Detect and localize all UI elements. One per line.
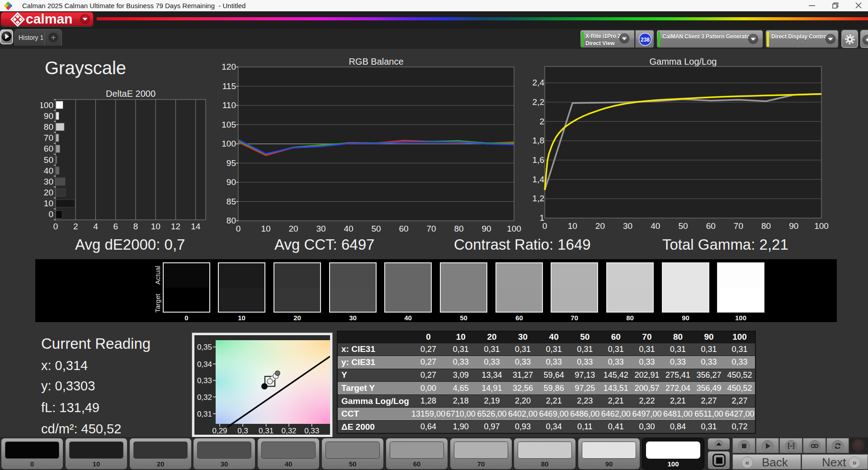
svg-text:80: 80 (761, 221, 771, 231)
svg-text:60: 60 (44, 144, 53, 153)
svg-text:20: 20 (595, 221, 605, 231)
svg-text:20: 20 (44, 188, 53, 197)
svg-text:40: 40 (344, 224, 353, 233)
svg-text:10: 10 (44, 199, 53, 208)
svg-text:0,32: 0,32 (197, 393, 212, 402)
svg-text:238: 238 (641, 37, 650, 43)
svg-text:50: 50 (678, 221, 688, 231)
svg-text:40: 40 (44, 166, 53, 176)
svg-text:0,33: 0,33 (304, 427, 319, 435)
svg-text:2: 2 (539, 117, 544, 126)
svg-text:30: 30 (316, 224, 326, 233)
svg-text:70: 70 (734, 221, 743, 231)
svg-text:80: 80 (226, 216, 236, 225)
svg-text:12: 12 (171, 222, 180, 231)
svg-text:0,35: 0,35 (197, 343, 212, 351)
svg-text:1,2: 1,2 (533, 194, 544, 203)
svg-text:1,8: 1,8 (533, 136, 544, 145)
svg-text:Gamma Log/Log: Gamma Log/Log (650, 57, 717, 66)
svg-text:90: 90 (789, 221, 798, 231)
svg-text:115: 115 (222, 81, 236, 91)
svg-text:6: 6 (113, 222, 118, 231)
svg-text:30: 30 (44, 177, 53, 186)
svg-text:0: 0 (53, 222, 58, 231)
svg-text:20: 20 (288, 224, 298, 233)
svg-text:90: 90 (44, 111, 53, 121)
svg-text:«: « (745, 458, 749, 467)
svg-text:70: 70 (44, 133, 53, 142)
svg-text:10: 10 (261, 224, 270, 233)
svg-text:0,33: 0,33 (197, 376, 212, 385)
svg-text:2: 2 (73, 222, 78, 231)
svg-text:0,29: 0,29 (212, 427, 227, 435)
svg-text:90: 90 (481, 224, 491, 233)
svg-text:14: 14 (191, 222, 201, 231)
svg-text:40: 40 (651, 221, 660, 231)
svg-text:2,2: 2,2 (533, 97, 544, 107)
svg-text:0,31: 0,31 (197, 410, 212, 418)
svg-text:60: 60 (706, 221, 716, 231)
svg-text:70: 70 (426, 224, 436, 233)
svg-text:50: 50 (371, 224, 381, 233)
svg-text:60: 60 (399, 224, 408, 233)
svg-text:120: 120 (222, 62, 236, 71)
svg-text:105: 105 (222, 120, 236, 129)
svg-text:100: 100 (41, 100, 53, 110)
svg-text:0,32: 0,32 (281, 427, 296, 435)
svg-text:8: 8 (133, 222, 138, 231)
svg-text:80: 80 (454, 224, 463, 233)
svg-text:4: 4 (93, 222, 98, 231)
svg-text:0: 0 (236, 224, 241, 233)
svg-text:90: 90 (226, 177, 236, 187)
svg-text:0,3: 0,3 (237, 427, 248, 435)
svg-text:1,6: 1,6 (533, 155, 544, 165)
svg-text:1,4: 1,4 (533, 175, 545, 184)
svg-text:0: 0 (48, 209, 53, 219)
svg-text:100: 100 (222, 139, 236, 148)
svg-text:10: 10 (568, 221, 577, 231)
svg-text:10: 10 (151, 222, 160, 231)
svg-text:50: 50 (44, 155, 53, 165)
svg-text:»: » (852, 458, 856, 467)
svg-text:0: 0 (542, 221, 547, 231)
svg-text:95: 95 (226, 158, 236, 168)
svg-text:RGB Balance: RGB Balance (349, 57, 403, 66)
svg-text:110: 110 (222, 100, 236, 110)
svg-text:100: 100 (507, 224, 521, 233)
svg-text:0,31: 0,31 (259, 427, 274, 435)
svg-text:85: 85 (226, 197, 236, 206)
svg-text:0,34: 0,34 (197, 360, 212, 369)
svg-text:80: 80 (44, 122, 53, 132)
svg-text:30: 30 (623, 221, 632, 231)
svg-text:DeltaE 2000: DeltaE 2000 (106, 89, 156, 99)
svg-text:2,4: 2,4 (533, 78, 545, 87)
svg-text:100: 100 (814, 221, 829, 231)
